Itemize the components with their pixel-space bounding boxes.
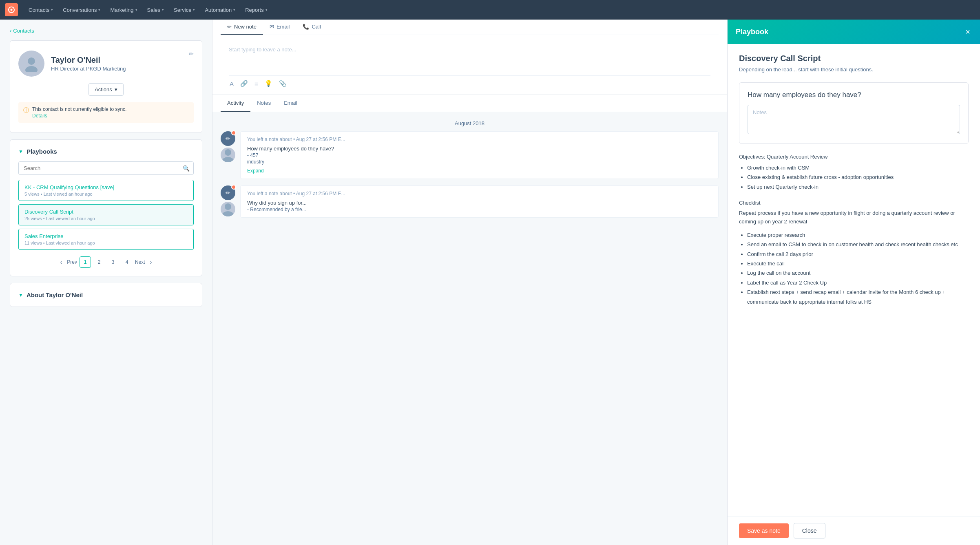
nav-item-sales[interactable]: Sales ▾ [143,4,168,15]
warning-icon: ⓘ [23,107,29,114]
activity-body-2: You left a note about • Aug 27 at 2:56 P… [240,185,719,218]
next-page-button[interactable]: › [148,257,155,267]
edit-icon[interactable]: ✏ [189,51,194,57]
chevron-down-icon: ▾ [98,8,100,12]
playbook-item-2[interactable]: Discovery Call Script 25 views • Last vi… [18,204,194,225]
note-textarea[interactable] [229,42,710,74]
playbooks-section-header: ▼ Playbooks [18,148,194,155]
activity-tabs: Activity Notes Email [212,95,727,112]
activity-badge-2 [231,185,236,190]
checklist-item-6: Label the call as Year 2 Check Up [747,278,969,287]
chevron-left-icon: ‹ [10,28,11,34]
main-content: ‹ Contacts Taylor O'Neil HR Director at … [0,20,980,545]
format-list-button[interactable]: ≡ [254,79,259,88]
middle-panel: ✏ New note ✉ Email 📞 Call A 🔗 ≡ [212,20,727,545]
breadcrumb[interactable]: ‹ Contacts [10,28,202,34]
close-playbook-button[interactable]: Close [794,523,825,538]
checklist-section: Checklist Repeat process if you have a n… [739,200,969,307]
checklist-item-5: Log the call on the account [747,268,969,278]
details-link[interactable]: Details [32,113,126,119]
objectives-list: Growth check-in with CSM Close existing … [739,163,969,192]
activity-item-2: ✏ You left a note about • Aug 27 at 2:56… [221,185,719,218]
nav-item-reports[interactable]: Reports ▾ [241,4,272,15]
activity-body-1: You left a note about • Aug 27 at 2:56 P… [240,131,719,179]
page-1-button[interactable]: 1 [80,256,91,268]
nav-items-list: Contacts ▾ Conversations ▾ Marketing ▾ S… [24,4,272,15]
checklist-item-1: Execute proper research [747,230,969,240]
svg-point-0 [11,9,13,11]
checklist-intro: Repeat process if you have a new opportu… [739,209,969,226]
checklist-item-3: Confirm the call 2 days prior [747,249,969,259]
checklist-item-2: Send an email to CSM to check in on cust… [747,240,969,249]
playbook-item-3[interactable]: Sales Enterprise 11 views • Last viewed … [18,229,194,250]
page-4-button[interactable]: 4 [121,256,133,268]
save-as-note-button[interactable]: Save as note [739,523,789,538]
note-compose: A 🔗 ≡ 💡 📎 [221,35,719,95]
tab-email[interactable]: ✉ Email [263,20,296,35]
prev-page-button[interactable]: ‹ [58,257,65,267]
playbooks-title: Playbooks [27,148,57,155]
format-mention-button[interactable]: 💡 [264,79,273,88]
actions-button[interactable]: Actions ▾ [88,83,124,96]
search-icon-button[interactable]: 🔍 [183,165,190,172]
top-navigation: Contacts ▾ Conversations ▾ Marketing ▾ S… [0,0,980,20]
activity-feed: August 2018 ✏ You left [212,112,727,218]
sync-warning: ⓘ This contact is not currently eligible… [18,102,194,123]
activity-avatar-1 [221,148,235,162]
checklist-item-7: Establish next steps + send recap email … [747,287,969,307]
next-label: Next [135,259,145,265]
activity-item-1: ✏ You left a note about • Aug 27 at 2:56… [221,131,719,179]
tab-call[interactable]: 📞 Call [296,20,327,35]
about-collapse-icon[interactable]: ▼ [18,292,23,298]
prev-label: Prev [67,259,77,265]
contact-card: Taylor O'Neil HR Director at PKGD Market… [10,40,202,133]
contact-name: Taylor O'Neil [51,55,182,65]
checklist-list: Execute proper research Send an email to… [739,230,969,307]
nav-item-conversations[interactable]: Conversations ▾ [59,4,104,15]
format-bold-button[interactable]: A [229,79,234,88]
chevron-down-icon: ▾ [193,8,195,12]
playbook-close-button[interactable]: × [964,26,972,38]
search-input[interactable] [18,161,194,175]
avatar [18,51,44,77]
checklist-item-4: Execute the call [747,259,969,268]
nav-item-service[interactable]: Service ▾ [170,4,199,15]
email-icon: ✉ [270,24,274,30]
playbook-description: Depending on the lead... start with thes… [739,66,969,73]
page-3-button[interactable]: 3 [107,256,119,268]
activity-avatar-2 [221,202,235,216]
checklist-label: Checklist [739,200,969,206]
search-icon: 🔍 [183,165,190,172]
activity-tab-activity[interactable]: Activity [221,95,250,112]
activity-badge-1 [231,130,236,135]
activity-tab-notes[interactable]: Notes [250,95,277,112]
about-title: About Taylor O'Neil [27,291,83,298]
nav-item-automation[interactable]: Automation ▾ [201,4,239,15]
svg-point-2 [25,66,38,72]
svg-point-4 [222,157,234,162]
chevron-down-icon: ▾ [51,8,53,12]
objective-item-1: Growth check-in with CSM [747,163,969,172]
date-divider: August 2018 [221,112,719,131]
format-link-button[interactable]: 🔗 [239,79,249,88]
format-attach-button[interactable]: 📎 [278,79,288,88]
hubspot-logo[interactable] [5,3,18,16]
page-2-button[interactable]: 2 [93,256,105,268]
objectives-label: Objectives: Quarterly Account Review [739,154,969,160]
playbook-footer: Save as note Close [728,516,980,545]
expand-link-1[interactable]: Expand [247,168,712,174]
phone-icon: 📞 [303,24,309,30]
nav-item-marketing[interactable]: Marketing ▾ [106,4,141,15]
playbook-panel: Playbook × Discovery Call Script Dependi… [727,20,980,545]
notes-input[interactable] [748,105,960,134]
about-section: ▼ About Taylor O'Neil [10,283,202,307]
playbook-title: Discovery Call Script [739,54,969,63]
tab-new-note[interactable]: ✏ New note [221,20,263,35]
nav-item-contacts[interactable]: Contacts ▾ [24,4,57,15]
activity-tab-email[interactable]: Email [277,95,304,112]
playbook-panel-header: Playbook × [728,20,980,44]
note-toolbar: A 🔗 ≡ 💡 📎 [229,75,710,88]
section-collapse-icon[interactable]: ▼ [18,149,23,154]
chevron-down-icon: ▾ [233,8,235,12]
playbook-item-1[interactable]: KK - CRM Qualifying Questions [save] 5 v… [18,180,194,201]
